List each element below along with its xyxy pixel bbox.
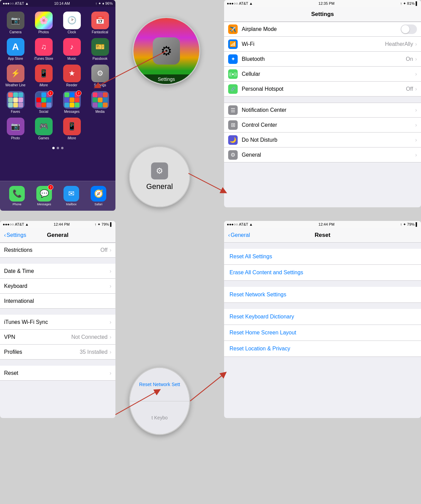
app-photos[interactable]: 🌸 Photos: [30, 10, 58, 36]
dock-phone[interactable]: 📞 Phone: [8, 184, 25, 208]
app-label: iMore: [39, 83, 48, 87]
settings-row-donotdisturb[interactable]: 🌙 Do Not Disturb ›: [224, 133, 421, 147]
app-imore2[interactable]: 📱 iMore: [58, 116, 86, 142]
time: 12:44 PM: [318, 222, 334, 226]
reset-title: Reset: [315, 232, 330, 239]
app-social-folder[interactable]: 1 Social: [30, 89, 58, 116]
app-weatherline[interactable]: ⚡ Weather Line: [1, 63, 30, 89]
page-dot-2: [57, 147, 59, 149]
wifi-value: HeatherAlly: [385, 41, 413, 47]
app-clock[interactable]: 🕑 Clock: [58, 10, 86, 36]
general-settings-icon: ⚙: [228, 150, 238, 160]
reset-back-button[interactable]: ‹ General: [228, 232, 250, 238]
airplane-icon: ✈️: [228, 24, 238, 34]
hotspot-chevron: ›: [415, 86, 417, 92]
international-label: International: [4, 298, 111, 304]
app-label: Fantastical: [92, 30, 108, 34]
reset-row-all-settings[interactable]: Reset All Settings: [224, 249, 421, 265]
reset-panel: ●●●○○ AT&T ▲ 12:44 PM ↑ ✦ 79% ▌ ‹ Genera…: [224, 221, 421, 418]
cellular-label: Cellular: [242, 71, 415, 77]
general-row-reset[interactable]: Reset ›: [0, 366, 115, 381]
app-settings-home[interactable]: ⚙ Settings: [86, 63, 114, 89]
controlcenter-label: Control Center: [242, 122, 415, 128]
zoom-settings-label: Settings: [133, 74, 199, 84]
keyboard-label: Keyboard: [4, 283, 110, 289]
airplane-label: Airplane Mode: [242, 26, 401, 32]
app-label: Reeder: [66, 83, 77, 87]
settings-row-hotspot[interactable]: 🔗 Personal Hotspot Off ›: [224, 82, 421, 97]
battery: ↑ ✦ 81% ▌: [400, 1, 418, 6]
reset-row-location[interactable]: Reset Location & Privacy: [224, 341, 421, 357]
app-camera[interactable]: 📷 Camera: [1, 10, 30, 36]
zoom-general-label: General: [146, 182, 173, 191]
app-fantastical[interactable]: 📅 Fantastical: [86, 10, 114, 36]
app-appstore[interactable]: A App Store: [1, 36, 30, 63]
zoom-reset-keyboard-label: t Keybo: [130, 401, 189, 434]
general-row-restrictions[interactable]: Restrictions Off ›: [0, 243, 115, 258]
profiles-label: Profiles: [4, 349, 80, 355]
settings-row-general[interactable]: ⚙ General ›: [224, 147, 421, 162]
general-label: General: [242, 152, 415, 158]
app-label: Weather Line: [5, 83, 25, 87]
zoom-settings-circle: ⚙ Settings: [132, 17, 200, 85]
zoom-general-inner: ⚙ General: [130, 147, 189, 206]
app-label: Faves: [11, 110, 20, 114]
app-media-folder[interactable]: Media: [86, 89, 114, 116]
controlcenter-icon: ⊞: [228, 120, 238, 130]
general-row-international[interactable]: International: [0, 294, 115, 309]
reset-row-homescreen[interactable]: Reset Home Screen Layout: [224, 325, 421, 341]
wifi-label: Wi-Fi: [242, 41, 385, 47]
reset-row-keyboard[interactable]: Reset Keyboard Dictionary: [224, 309, 421, 325]
app-label: Social: [39, 110, 48, 114]
reset-row-erase[interactable]: Erase All Content and Settings: [224, 265, 421, 281]
general-list: Restrictions Off › Date & Time › Keyboar…: [0, 243, 115, 381]
app-music[interactable]: ♪ Music: [58, 36, 86, 63]
airplane-toggle[interactable]: [401, 24, 417, 34]
time: 12:35 PM: [318, 1, 334, 5]
app-imore[interactable]: 📱 iMore: [30, 63, 58, 89]
settings-row-bluetooth[interactable]: ✦ Bluetooth On ›: [224, 52, 421, 67]
general-row-itunes[interactable]: iTunes Wi-Fi Sync ›: [0, 315, 115, 330]
section-gap-1: [224, 97, 421, 103]
general-row-vpn[interactable]: VPN Not Connected ›: [0, 330, 115, 345]
app-itunes[interactable]: ♫ iTunes Store: [30, 36, 58, 63]
reset-nav-bar: ‹ General Reset: [224, 228, 421, 243]
bluetooth-chevron: ›: [415, 56, 417, 62]
app-passbook[interactable]: 🎫 Passbook: [86, 36, 114, 63]
general-row-keyboard[interactable]: Keyboard ›: [0, 279, 115, 294]
app-label: Settings: [94, 83, 106, 87]
reset-row-network[interactable]: Reset Network Settings: [224, 287, 421, 303]
app-games[interactable]: 🎮 Games: [30, 116, 58, 142]
app-label: App Store: [8, 57, 23, 60]
settings-section-1: ✈️ Airplane Mode 📶 Wi-Fi HeatherAlly › ✦…: [224, 22, 421, 97]
general-row-datetime[interactable]: Date & Time ›: [0, 264, 115, 279]
settings-row-controlcenter[interactable]: ⊞ Control Center ›: [224, 118, 421, 133]
reset-gap-top: [224, 243, 421, 249]
itunes-label: iTunes Wi-Fi Sync: [4, 319, 110, 325]
carrier: ●●●○○ AT&T ▲: [3, 222, 29, 226]
settings-row-cellular[interactable]: ((●)) Cellular ›: [224, 67, 421, 82]
settings-row-airplane[interactable]: ✈️ Airplane Mode: [224, 22, 421, 37]
app-faves-folder[interactable]: Faves: [1, 89, 30, 116]
dock-messages[interactable]: 💬 2 Messages: [36, 184, 53, 208]
dock-mailbox[interactable]: ✉ Mailbox: [63, 184, 80, 208]
itunes-chevron: ›: [110, 319, 111, 325]
datetime-chevron: ›: [110, 268, 111, 274]
profiles-value: 35 Installed: [80, 349, 108, 355]
settings-row-notification[interactable]: ☰ Notification Center ›: [224, 103, 421, 118]
battery: ↑ ✦ 79% ▌: [400, 222, 418, 227]
app-messages-folder[interactable]: 2 Messages: [58, 89, 86, 116]
hotspot-icon: 🔗: [228, 84, 238, 94]
dock-safari[interactable]: 🧭 Safari: [90, 184, 107, 208]
app-label: Messages: [64, 110, 80, 114]
app-photo[interactable]: 📷 Photo: [1, 116, 30, 142]
settings-status-bar: ●●●○○ AT&T ▲ 12:35 PM ↑ ✦ 81% ▌: [224, 0, 421, 7]
cellular-chevron: ›: [415, 71, 417, 77]
datetime-label: Date & Time: [4, 268, 110, 274]
arrow-reset-network: [190, 374, 224, 401]
general-panel: ●●●○○ AT&T ▲ 12:44 PM ↑ ✦ 79% ▌ ‹ Settin…: [0, 221, 115, 418]
back-button[interactable]: ‹ Settings: [4, 232, 26, 238]
general-row-profiles[interactable]: Profiles 35 Installed ›: [0, 345, 115, 360]
settings-row-wifi[interactable]: 📶 Wi-Fi HeatherAlly ›: [224, 37, 421, 52]
app-reeder[interactable]: ★ Reeder: [58, 63, 86, 89]
